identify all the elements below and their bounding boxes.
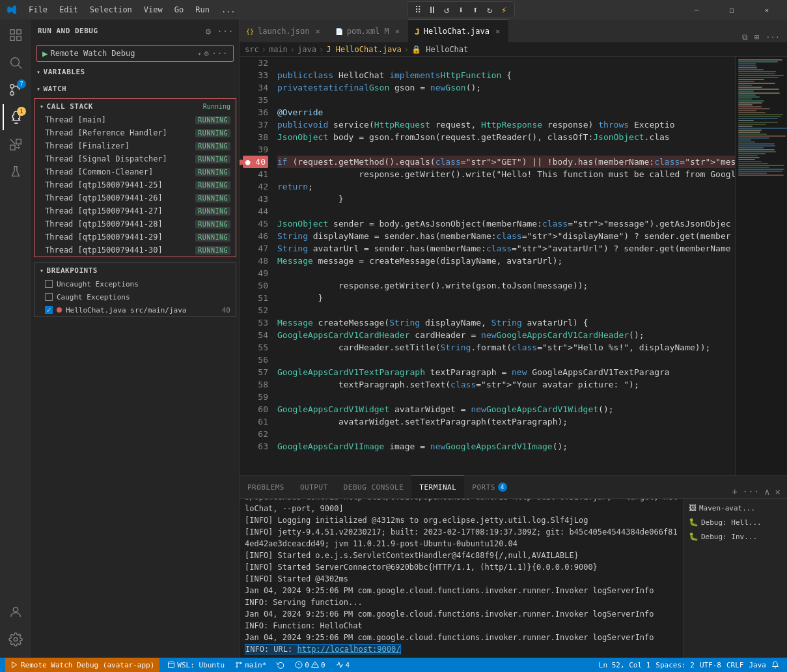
thread-row[interactable]: Thread [Finalizer]RUNNING xyxy=(35,139,236,152)
thread-row[interactable]: Thread [Reference Handler]RUNNING xyxy=(35,126,236,139)
bp-checkbox[interactable]: ✓ xyxy=(45,306,53,314)
breakpoint-row[interactable]: ✓HelloChat.java src/main/java40 xyxy=(35,303,236,316)
debug-config-name: Remote Watch Debug xyxy=(50,49,195,58)
git-branch[interactable]: main* xyxy=(232,658,269,672)
activity-explorer[interactable] xyxy=(3,22,29,48)
menu-run[interactable]: Run xyxy=(190,4,215,16)
close-btn[interactable]: ✕ xyxy=(752,0,782,20)
breakpoint-row[interactable]: Uncaught Exceptions xyxy=(35,277,236,290)
code-line: GoogleAppsCardV1Widget avatarWidget = ne… xyxy=(277,403,735,415)
tab-close-launch[interactable]: ✕ xyxy=(314,26,322,36)
breakpoint-row[interactable]: Caught Exceptions xyxy=(35,290,236,303)
sync-btn[interactable] xyxy=(274,658,287,672)
code-content[interactable]: public class HelloChat implements HttpFu… xyxy=(272,57,735,475)
panel-right-item[interactable]: 🐛Debug: Inv... xyxy=(686,530,784,543)
panel-tab-debug-console[interactable]: DEBUG CONSOLE xyxy=(336,475,412,498)
spaces[interactable]: Spaces: 2 xyxy=(653,658,697,672)
tab-icon-pom: 📄 xyxy=(335,28,343,35)
debug-restart-btn[interactable]: ↺ xyxy=(440,3,453,16)
encoding[interactable]: UTF-8 xyxy=(697,658,724,672)
config-more-icon[interactable]: ··· xyxy=(212,48,228,59)
breadcrumb-file[interactable]: J HelloChat.java xyxy=(326,45,402,54)
activity-search[interactable] xyxy=(3,49,29,76)
thread-row[interactable]: Thread [qtp1500079441-25]RUNNING xyxy=(35,178,236,191)
panel-tab-output[interactable]: OUTPUT xyxy=(292,475,336,498)
panel-tab-problems[interactable]: PROBLEMS xyxy=(240,475,292,498)
breadcrumb-class[interactable]: 🔒 HelloChat xyxy=(411,45,468,54)
wsl-indicator[interactable]: WSL: Ubuntu xyxy=(165,658,227,672)
panel-tab-ports[interactable]: PORTS 4 xyxy=(464,475,515,498)
thread-row[interactable]: Thread [Signal Dispatcher]RUNNING xyxy=(35,152,236,165)
bp-checkbox[interactable] xyxy=(45,280,53,288)
more-tabs-btn[interactable]: ··· xyxy=(764,32,782,42)
tab-hello-chat[interactable]: J HelloChat.java ✕ xyxy=(408,20,508,42)
thread-row[interactable]: Thread [qtp1500079441-28]RUNNING xyxy=(35,217,236,231)
terminal-output[interactable]: /grpc/grpc-context/1.27.2/grpc-context-1… xyxy=(240,499,683,658)
play-button[interactable]: ▶ xyxy=(42,48,48,59)
terminal-line: Jan 04, 2024 9:25:06 PM com.google.cloud… xyxy=(245,632,678,643)
breakpoints-header[interactable]: ▾ BREAKPOINTS xyxy=(35,263,236,277)
editor-layout-btn[interactable]: ⊞ xyxy=(752,32,761,42)
line-ending[interactable]: CRLF xyxy=(724,658,747,672)
breadcrumb-src[interactable]: src xyxy=(245,45,259,54)
activity-run-debug[interactable]: 1 xyxy=(3,104,29,130)
tab-pom-xml[interactable]: 📄 pom.xml M ✕ xyxy=(329,20,408,42)
errors-warnings[interactable]: 0 0 xyxy=(292,658,327,672)
url-link[interactable]: http://localhost:9000/ xyxy=(297,645,400,654)
cursor-position[interactable]: Ln 52, Col 1 xyxy=(596,658,653,672)
watch-section-header[interactable]: ▾ WATCH xyxy=(31,81,239,96)
thread-row[interactable]: Thread [main]RUNNING xyxy=(35,113,236,126)
menu-more[interactable]: ... xyxy=(216,4,241,16)
menu-file[interactable]: File xyxy=(23,4,53,16)
minimize-btn[interactable]: ─ xyxy=(682,0,711,20)
panel-tab-terminal[interactable]: TERMINAL xyxy=(411,475,464,498)
sidebar-header: RUN AND DEBUG ⚙ ··· xyxy=(31,20,239,42)
debug-dots-btn[interactable]: ⠿ xyxy=(411,3,424,16)
debug-indicator[interactable]: Remote Watch Debug (avatar-app) xyxy=(5,658,159,672)
menu-selection[interactable]: Selection xyxy=(85,4,137,16)
code-line xyxy=(277,267,735,279)
chevron-down-icon[interactable]: ▾ xyxy=(197,50,201,57)
panel-right-item[interactable]: 🐛Debug: Hell... xyxy=(686,516,784,529)
tab-close-hello[interactable]: ✕ xyxy=(493,26,502,36)
thread-row[interactable]: Thread [qtp1500079441-29]RUNNING xyxy=(35,231,236,244)
tab-launch-json[interactable]: {} launch.json ✕ xyxy=(240,20,329,42)
gear-icon[interactable]: ⚙ xyxy=(204,49,208,58)
breadcrumb-java[interactable]: java xyxy=(297,45,316,54)
thread-row[interactable]: Thread [qtp1500079441-30]RUNNING xyxy=(35,244,236,257)
settings-icon[interactable]: ⚙ xyxy=(201,24,215,38)
debug-step-over-btn[interactable]: ⬇ xyxy=(454,3,467,16)
debug-name: Remote Watch Debug (avatar-app) xyxy=(21,661,154,669)
language[interactable]: Java xyxy=(747,658,769,672)
more-actions-icon[interactable]: ··· xyxy=(218,24,232,38)
debug-spark-btn[interactable]: ⚡ xyxy=(497,3,510,16)
call-stack-header[interactable]: ▾ CALL STACK Running xyxy=(35,99,236,113)
variables-section-header[interactable]: ▾ VARIABLES xyxy=(31,64,239,79)
menu-go[interactable]: Go xyxy=(169,4,189,16)
bp-checkbox[interactable] xyxy=(45,293,53,301)
activity-account[interactable] xyxy=(3,599,29,625)
menu-edit[interactable]: Edit xyxy=(54,4,83,16)
activity-settings[interactable] xyxy=(3,626,29,652)
activity-flask[interactable] xyxy=(3,159,29,185)
debug-step-up-btn[interactable]: ⬆ xyxy=(469,3,482,16)
activity-source-control[interactable]: 7 xyxy=(3,77,29,103)
new-terminal-btn[interactable]: + xyxy=(730,485,738,498)
split-editor-btn[interactable]: ⧉ xyxy=(740,32,750,42)
tasks-count[interactable]: 4 xyxy=(333,658,353,672)
thread-row[interactable]: Thread [qtp1500079441-27]RUNNING xyxy=(35,204,236,217)
maximize-btn[interactable]: □ xyxy=(717,0,747,20)
debug-continue-btn[interactable]: ↻ xyxy=(483,3,496,16)
notifications-btn[interactable] xyxy=(769,658,782,672)
panel-more-btn[interactable]: ··· xyxy=(741,485,760,498)
activity-extensions[interactable] xyxy=(3,132,29,158)
panel-up-btn[interactable]: ∧ xyxy=(763,485,771,498)
tab-close-pom[interactable]: ✕ xyxy=(393,26,402,36)
debug-pause-btn[interactable]: ⏸ xyxy=(426,3,439,16)
panel-right-item[interactable]: 🖼Maven-avat... xyxy=(686,501,784,514)
menu-view[interactable]: View xyxy=(139,4,168,16)
thread-row[interactable]: Thread [Common-Cleaner]RUNNING xyxy=(35,165,236,178)
thread-row[interactable]: Thread [qtp1500079441-26]RUNNING xyxy=(35,191,236,204)
panel-close-btn[interactable]: ✕ xyxy=(774,485,782,498)
breadcrumb-main[interactable]: main xyxy=(269,45,288,54)
